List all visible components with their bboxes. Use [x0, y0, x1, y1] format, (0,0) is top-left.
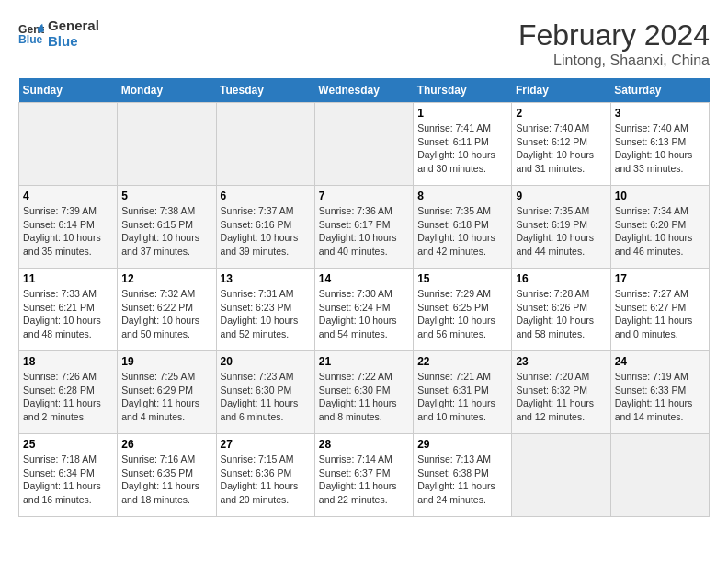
- day-number: 24: [615, 355, 705, 368]
- calendar-cell: 2Sunrise: 7:40 AMSunset: 6:12 PMDaylight…: [512, 103, 610, 186]
- calendar-cell: 21Sunrise: 7:22 AMSunset: 6:30 PMDayligh…: [314, 351, 413, 434]
- calendar-cell: 20Sunrise: 7:23 AMSunset: 6:30 PMDayligh…: [216, 351, 314, 434]
- day-info: Sunrise: 7:21 AMSunset: 6:31 PMDaylight:…: [417, 370, 507, 424]
- day-number: 7: [319, 190, 409, 202]
- day-number: 21: [319, 355, 409, 368]
- calendar-cell: [512, 434, 610, 517]
- calendar-cell: 19Sunrise: 7:25 AMSunset: 6:29 PMDayligh…: [118, 351, 216, 434]
- calendar-cell: 16Sunrise: 7:28 AMSunset: 6:26 PMDayligh…: [512, 269, 610, 351]
- day-number: 5: [121, 190, 211, 202]
- calendar-cell: 9Sunrise: 7:35 AMSunset: 6:19 PMDaylight…: [512, 186, 610, 269]
- calendar-cell: 13Sunrise: 7:31 AMSunset: 6:23 PMDayligh…: [216, 269, 314, 351]
- calendar-week-2: 4Sunrise: 7:39 AMSunset: 6:14 PMDaylight…: [19, 186, 710, 269]
- day-info: Sunrise: 7:40 AMSunset: 6:12 PMDaylight:…: [516, 121, 606, 176]
- day-info: Sunrise: 7:37 AMSunset: 6:16 PMDaylight:…: [221, 204, 311, 259]
- header-day-wednesday: Wednesday: [314, 78, 413, 103]
- calendar-week-5: 25Sunrise: 7:18 AMSunset: 6:34 PMDayligh…: [19, 434, 710, 517]
- day-number: 12: [121, 272, 211, 285]
- calendar-cell: 3Sunrise: 7:40 AMSunset: 6:13 PMDaylight…: [610, 103, 709, 186]
- calendar-week-1: 1Sunrise: 7:41 AMSunset: 6:11 PMDaylight…: [19, 103, 710, 186]
- day-info: Sunrise: 7:14 AMSunset: 6:37 PMDaylight:…: [319, 453, 409, 507]
- calendar-header-row: SundayMondayTuesdayWednesdayThursdayFrid…: [19, 78, 710, 103]
- day-info: Sunrise: 7:22 AMSunset: 6:30 PMDaylight:…: [319, 370, 409, 424]
- calendar-cell: 8Sunrise: 7:35 AMSunset: 6:18 PMDaylight…: [414, 186, 512, 269]
- day-number: 27: [221, 438, 311, 451]
- header-day-monday: Monday: [118, 78, 216, 103]
- calendar-cell: 10Sunrise: 7:34 AMSunset: 6:20 PMDayligh…: [610, 186, 709, 269]
- logo-icon: General Blue: [18, 21, 44, 47]
- day-info: Sunrise: 7:25 AMSunset: 6:29 PMDaylight:…: [121, 370, 211, 424]
- calendar-cell: 23Sunrise: 7:20 AMSunset: 6:32 PMDayligh…: [512, 351, 610, 434]
- day-info: Sunrise: 7:26 AMSunset: 6:28 PMDaylight:…: [23, 370, 113, 424]
- day-number: 19: [121, 355, 211, 368]
- day-number: 10: [615, 190, 705, 202]
- day-info: Sunrise: 7:16 AMSunset: 6:35 PMDaylight:…: [121, 453, 211, 507]
- calendar-body: 1Sunrise: 7:41 AMSunset: 6:11 PMDaylight…: [19, 103, 710, 517]
- day-number: 13: [221, 272, 311, 285]
- day-number: 2: [516, 107, 606, 120]
- day-info: Sunrise: 7:27 AMSunset: 6:27 PMDaylight:…: [615, 287, 705, 341]
- calendar-cell: 25Sunrise: 7:18 AMSunset: 6:34 PMDayligh…: [19, 434, 118, 517]
- calendar-cell: 5Sunrise: 7:38 AMSunset: 6:15 PMDaylight…: [118, 186, 216, 269]
- day-info: Sunrise: 7:28 AMSunset: 6:26 PMDaylight:…: [516, 287, 606, 341]
- calendar-cell: 22Sunrise: 7:21 AMSunset: 6:31 PMDayligh…: [414, 351, 512, 434]
- day-info: Sunrise: 7:35 AMSunset: 6:18 PMDaylight:…: [417, 204, 507, 259]
- calendar-cell: 18Sunrise: 7:26 AMSunset: 6:28 PMDayligh…: [19, 351, 118, 434]
- calendar-week-4: 18Sunrise: 7:26 AMSunset: 6:28 PMDayligh…: [19, 351, 710, 434]
- calendar-subtitle: Lintong, Shaanxi, China: [518, 52, 710, 69]
- day-number: 25: [23, 438, 113, 451]
- day-info: Sunrise: 7:13 AMSunset: 6:38 PMDaylight:…: [417, 453, 507, 507]
- calendar-cell: 14Sunrise: 7:30 AMSunset: 6:24 PMDayligh…: [314, 269, 413, 351]
- calendar-cell: 1Sunrise: 7:41 AMSunset: 6:11 PMDaylight…: [414, 103, 512, 186]
- calendar-table: SundayMondayTuesdayWednesdayThursdayFrid…: [18, 78, 710, 517]
- day-info: Sunrise: 7:20 AMSunset: 6:32 PMDaylight:…: [516, 370, 606, 424]
- day-number: 11: [23, 272, 113, 285]
- day-number: 23: [516, 355, 606, 368]
- calendar-cell: 4Sunrise: 7:39 AMSunset: 6:14 PMDaylight…: [19, 186, 118, 269]
- logo: General Blue General Blue: [18, 18, 99, 49]
- day-number: 22: [417, 355, 507, 368]
- day-info: Sunrise: 7:29 AMSunset: 6:25 PMDaylight:…: [417, 287, 507, 341]
- day-info: Sunrise: 7:30 AMSunset: 6:24 PMDaylight:…: [319, 287, 409, 341]
- day-number: 4: [23, 190, 113, 202]
- day-number: 28: [319, 438, 409, 451]
- day-number: 8: [417, 190, 507, 202]
- day-info: Sunrise: 7:36 AMSunset: 6:17 PMDaylight:…: [319, 204, 409, 259]
- header-day-sunday: Sunday: [19, 78, 118, 103]
- calendar-cell: 6Sunrise: 7:37 AMSunset: 6:16 PMDaylight…: [216, 186, 314, 269]
- day-info: Sunrise: 7:39 AMSunset: 6:14 PMDaylight:…: [23, 204, 113, 259]
- day-number: 6: [221, 190, 311, 202]
- logo-line2: Blue: [48, 34, 99, 50]
- day-number: 29: [417, 438, 507, 451]
- day-number: 15: [417, 272, 507, 285]
- day-info: Sunrise: 7:23 AMSunset: 6:30 PMDaylight:…: [221, 370, 311, 424]
- calendar-cell: 27Sunrise: 7:15 AMSunset: 6:36 PMDayligh…: [216, 434, 314, 517]
- calendar-cell: 15Sunrise: 7:29 AMSunset: 6:25 PMDayligh…: [414, 269, 512, 351]
- header-day-tuesday: Tuesday: [216, 78, 314, 103]
- day-info: Sunrise: 7:18 AMSunset: 6:34 PMDaylight:…: [23, 453, 113, 507]
- day-info: Sunrise: 7:32 AMSunset: 6:22 PMDaylight:…: [121, 287, 211, 341]
- day-number: 9: [516, 190, 606, 202]
- header-day-thursday: Thursday: [414, 78, 512, 103]
- calendar-cell: [118, 103, 216, 186]
- calendar-cell: [19, 103, 118, 186]
- day-number: 17: [615, 272, 705, 285]
- header-day-saturday: Saturday: [610, 78, 709, 103]
- day-number: 3: [615, 107, 705, 120]
- day-info: Sunrise: 7:40 AMSunset: 6:13 PMDaylight:…: [615, 121, 705, 176]
- calendar-cell: 7Sunrise: 7:36 AMSunset: 6:17 PMDaylight…: [314, 186, 413, 269]
- svg-text:Blue: Blue: [18, 33, 43, 46]
- title-area: February 2024 Lintong, Shaanxi, China: [518, 18, 710, 69]
- day-number: 18: [23, 355, 113, 368]
- calendar-cell: [314, 103, 413, 186]
- calendar-cell: 17Sunrise: 7:27 AMSunset: 6:27 PMDayligh…: [610, 269, 709, 351]
- day-info: Sunrise: 7:19 AMSunset: 6:33 PMDaylight:…: [615, 370, 705, 424]
- day-number: 1: [417, 107, 507, 120]
- day-info: Sunrise: 7:31 AMSunset: 6:23 PMDaylight:…: [221, 287, 311, 341]
- day-info: Sunrise: 7:34 AMSunset: 6:20 PMDaylight:…: [615, 204, 705, 259]
- day-info: Sunrise: 7:15 AMSunset: 6:36 PMDaylight:…: [221, 453, 311, 507]
- day-info: Sunrise: 7:38 AMSunset: 6:15 PMDaylight:…: [121, 204, 211, 259]
- calendar-cell: 11Sunrise: 7:33 AMSunset: 6:21 PMDayligh…: [19, 269, 118, 351]
- calendar-cell: 24Sunrise: 7:19 AMSunset: 6:33 PMDayligh…: [610, 351, 709, 434]
- calendar-title: February 2024: [518, 18, 710, 52]
